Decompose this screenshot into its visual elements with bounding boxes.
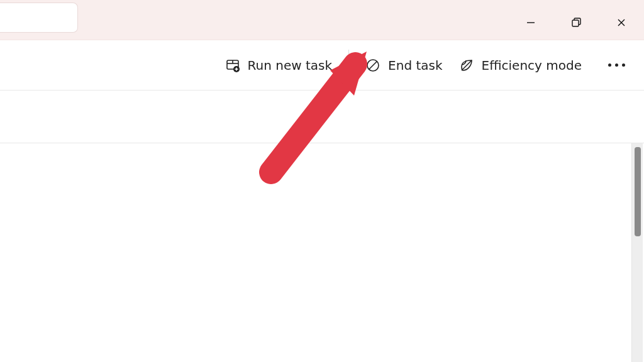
toolbar: Run new task End task Efficiency mode <box>0 40 644 90</box>
end-task-label: End task <box>388 59 442 72</box>
title-bar <box>0 0 644 40</box>
restore-icon <box>570 17 582 28</box>
window-plus-icon <box>225 58 240 73</box>
minimize-icon <box>526 18 536 28</box>
leaf-icon <box>459 58 474 73</box>
run-new-task-label: Run new task <box>248 59 333 72</box>
maximize-button[interactable] <box>553 11 599 34</box>
window-controls <box>508 0 644 40</box>
end-task-button[interactable]: End task <box>365 58 442 73</box>
run-new-task-button[interactable]: Run new task <box>225 58 333 73</box>
svg-rect-1 <box>572 20 579 26</box>
search-box-stub[interactable] <box>0 3 78 33</box>
minimize-button[interactable] <box>508 11 553 34</box>
toolbar-separator <box>348 50 349 81</box>
process-list-pane[interactable] <box>0 143 644 362</box>
svg-line-11 <box>369 62 377 69</box>
close-icon <box>616 18 626 28</box>
more-options-button[interactable] <box>598 63 629 67</box>
efficiency-mode-button[interactable]: Efficiency mode <box>459 58 582 73</box>
more-icon <box>602 63 629 67</box>
close-button[interactable] <box>599 11 644 34</box>
efficiency-mode-label: Efficiency mode <box>482 59 582 72</box>
column-header-area <box>0 90 644 143</box>
vertical-scrollbar-thumb[interactable] <box>635 147 641 236</box>
prohibit-icon <box>365 58 380 73</box>
